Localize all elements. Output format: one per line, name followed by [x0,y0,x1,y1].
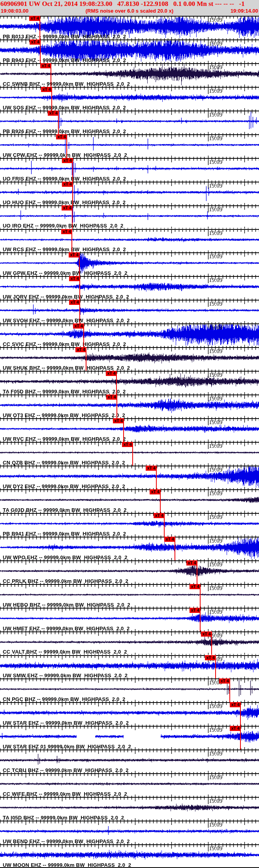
pick-line-uw-rcs [71,234,72,253]
pick-flag-cc-prlk[interactable]: xT 4 [186,560,197,566]
trace-row-uw-dy2[interactable]: 19:09UW DY2 EHZ -- 99999.0km BW HIGHPASS… [0,466,259,489]
header: 60906901 UW Oct 21, 2014 19:08:23.00 47.… [0,0,259,16]
trace-row-pb-b941[interactable]: 19:09PB B941 EHZ -- 99999.0km BW HIGHPAS… [0,513,259,537]
trace-row-cc-tcbu[interactable]: 19:09CC TCBU BHZ -- 99999.0km BW HIGHPAS… [0,750,259,773]
pick-line-uo-iro [72,210,73,229]
minute-tick-label: 19:09 [209,112,222,118]
trace-row-uw-hebo[interactable]: 19:09UW HEBO BHZ -- 99999.0km BW HIGHPAS… [0,584,259,608]
pick-flag-pb-b926[interactable]: xT 4 [48,111,59,116]
minute-tick-label: 19:09 [209,419,222,425]
pick-flag-uw-rcs[interactable]: xT 4 [61,229,72,234]
minute-tick-label: 19:09 [209,325,222,331]
pick-flag-ta-g03d[interactable]: xT 4 [150,489,161,494]
minute-tick-label: 19:09 [209,727,222,733]
pick-flag-uw-gpw[interactable]: xT 4 [69,252,80,257]
pick-flag-uw-star[interactable]: xT 4 [230,702,241,707]
trace-row-uw-svoh[interactable]: 19:09UW SVOH EHZ -- 99999.0km BW HIGHPAS… [0,300,259,323]
trace-label-pb-b943: PB B943 EHZ -- 99999.0km BW HIGHPASS 2.0… [3,58,126,63]
trace-row-cn-qzb[interactable]: 19:09CN QZB BHZ -- 99999.0km BW HIGHPASS… [0,442,259,466]
trace-label-uw-rvc: UW RVC EHZ -- 99999.0km BW HIGHPASS 2.0 … [3,436,126,442]
pick-flag-cc-svic[interactable]: xT 4 [73,323,84,329]
pick-flag-pb-b013[interactable]: xT 4 [29,16,40,21]
trace-row-cc-valt[interactable]: 19:09CC VALT BHZ -- 99999.0km BW HIGHPAS… [0,631,259,655]
trace-row-pb-b926[interactable]: 19:09PB B926 EHZ -- 99999.0km BW HIGHPAS… [0,111,259,134]
trace-row-ta-i05d[interactable]: 19:09TA I05D BHZ -- 99999.0km BW HIGHPAS… [0,797,259,821]
trace-row-uw-bend[interactable]: 19:09UW BEND EHZ -- 99999.0km BW HIGHPAS… [0,821,259,844]
trace-label-uw-rcs: UW RCS EHZ -- 99999.0km BW HIGHPASS 2.0 … [3,247,126,252]
trace-row-uw-ot3[interactable]: 19:09UW OT3 EHZ -- 99999.0km BW HIGHPASS… [0,395,259,418]
trace-row-uw-rcs[interactable]: 19:09UW RCS EHZ -- 99999.0km BW HIGHPASS… [0,229,259,253]
pick-flag-uw-shuk[interactable]: xT 4 [75,347,86,352]
pick-line-ta-f05d [116,376,117,395]
pick-flag-uo-iro[interactable]: xT 4 [62,205,73,210]
pick-flag-cc-swnb[interactable]: xT 4 [40,63,51,68]
pick-flag-uw-sos[interactable]: xT 4 [41,87,52,92]
pick-flag-pb-b941[interactable]: xT 4 [154,513,165,518]
trace-row-uw-wpo[interactable]: 19:09UW WPO EHZ -- 99999.0km BW HIGHPASS… [0,537,259,560]
pick-flag-uw-jqrv[interactable]: xT 4 [69,276,80,281]
trace-label-uw-gpw: UW GPW EHZ -- 99999.0km BW HIGHPASS 2.0 … [3,271,128,276]
trace-row-uw-rvc[interactable]: 19:09UW RVC EHZ -- 99999.0km BW HIGHPASS… [0,418,259,442]
minute-tick-label: 19:09 [209,703,222,709]
pick-flag-uw-dy2[interactable]: xT 4 [146,466,157,471]
time-window-line: 19:08:03.00 (RMS noise over 6.0 s scaled… [0,8,259,15]
pick-flag-uw-smw[interactable]: xT 4 [205,655,216,660]
pick-line-uw-smw [215,660,216,679]
pick-flag-uw-wpo[interactable]: xT 4 [164,537,175,542]
pick-flag-uo-huo[interactable]: xT 4 [62,182,73,187]
minute-tick-label: 19:09 [209,774,222,780]
pick-line-cn-pgc [229,684,230,702]
trace-row-ta-f05d[interactable]: 19:09TA F05D BHZ -- 99999.0km BW HIGHPAS… [0,371,259,395]
trace-row-cc-svic[interactable]: 19:09CC SVIC EHZ -- 99999.0km BW HIGHPAS… [0,323,259,347]
pick-line-uw-ot3 [116,400,117,418]
pick-line-uw-cpw [66,139,67,158]
trace-row-uw-shuk[interactable]: 19:09UW SHUK BHZ -- 99999.0km BW HIGHPAS… [0,347,259,371]
trace-row-uw-gpw[interactable]: 19:09UW GPW EHZ -- 99999.0km BW HIGHPASS… [0,252,259,276]
window-end-time: 19:09:14.00 [231,8,258,14]
trace-row-ta-g03d[interactable]: 19:09TA G03D BHZ -- 99999.0km BW HIGHPAS… [0,489,259,513]
trace-row-uw-moon[interactable]: 19:09UW MOON EHZ -- 99999.0km BW HIGHPAS… [0,844,259,868]
trace-row-cn-pgc[interactable]: 19:09CN PGC BHZ -- 99999.0km BW HIGHPASS… [0,678,259,702]
trace-row-uw-star[interactable]: 19:09UW STAR EHZ -- 99999.0km BW HIGHPAS… [0,702,259,726]
pick-flag-pb-b943[interactable]: xT 4 [30,39,41,45]
pick-flag-ta-f05d[interactable]: xT 4 [106,371,117,376]
pick-flag-uw-svoh[interactable]: xT 4 [69,300,80,305]
pick-flag-cn-pgc[interactable]: xT 4 [219,678,230,684]
trace-row-uw-star[interactable]: 19:09UW STAR EHZ 01 99999.0km BW HIGHPAS… [0,726,259,750]
trace-label-uo-fris: UO FRIS EHZ -- 99999.0km BW HIGHPASS 2.0… [3,176,126,181]
trace-row-cc-wife[interactable]: 19:09CC WIFE BHZ -- 99999.0km BW HIGHPAS… [0,773,259,797]
pick-flag-uw-hebo[interactable]: xT 4 [190,584,201,589]
pick-flag-uw-cpw[interactable]: xT 4 [56,134,67,139]
pick-flag-uw-ot3[interactable]: xT 4 [106,395,117,400]
trace-row-cc-swnb[interactable]: 19:09CC SWNB BHZ -- 99999.0km BW HIGHPAS… [0,63,259,87]
trace-row-uo-fris[interactable]: 19:09UO FRIS EHZ -- 99999.0km BW HIGHPAS… [0,158,259,182]
pick-flag-uo-fris[interactable]: xT 4 [62,158,73,163]
trace-label-uw-moon: UW MOON EHZ -- 99999.0km BW HIGHPASS 2.0… [3,862,131,868]
trace-row-uw-smw[interactable]: 19:09UW SMW EHZ -- 99999.0km BW HIGHPASS… [0,655,259,679]
trace-row-uw-hmet[interactable]: 19:09UW HMET EHZ -- 99999.0km BW HIGHPAS… [0,608,259,631]
trace-label-uw-wpo: UW WPO EHZ -- 99999.0km BW HIGHPASS 2.0 … [3,555,128,560]
minute-tick-label: 19:09 [209,254,222,259]
minute-tick-label: 19:09 [209,443,222,449]
trace-label-uw-sos: UW SOS EHZ -- 99999.0km BW HIGHPASS 2.0 … [3,105,126,110]
pick-flag-cn-qzb[interactable]: xT 4 [122,442,133,447]
pick-flag-cc-valt[interactable]: xT 4 [201,631,212,637]
pick-line-cc-valt [211,637,212,655]
trace-row-uo-huo[interactable]: 19:09UO HUO EHZ -- 99999.0km BW HIGHPASS… [0,182,259,205]
pick-flag-uw-star[interactable]: xT 4 [230,726,241,731]
minute-tick-label: 19:09 [209,207,222,212]
pick-flag-uw-hmet[interactable]: xT 4 [190,608,201,613]
trace-row-pb-b943[interactable]: 19:09PB B943 EHZ -- 99999.0km BW HIGHPAS… [0,39,259,63]
minute-tick-label: 19:09 [209,88,222,94]
minute-tick-label: 19:09 [209,230,222,236]
trace-row-uo-iro[interactable]: 19:09UO IRO EHZ -- 99999.0km BW HIGHPASS… [0,205,259,229]
trace-row-pb-b013[interactable]: 19:09PB B013 EHZ -- 99999.0km BW HIGHPAS… [0,16,259,39]
minute-tick-label: 19:09 [209,538,222,544]
trace-row-uw-jqrv[interactable]: 19:09UW JQRV EHZ -- 99999.0km BW HIGHPAS… [0,276,259,300]
trace-row-cc-prlk[interactable]: 19:09CC PRLK BHZ -- 99999.0km BW HIGHPAS… [0,560,259,584]
minute-tick-label: 19:09 [209,64,222,70]
trace-row-uw-sos[interactable]: 19:09UW SOS EHZ -- 99999.0km BW HIGHPASS… [0,87,259,111]
pick-flag-uw-rvc[interactable]: xT 4 [113,418,124,423]
trace-row-uw-cpw[interactable]: 19:09UW CPW EHZ -- 99999.0km BW HIGHPASS… [0,134,259,158]
trace-label-uw-dy2: UW DY2 EHZ -- 99999.0km BW HIGHPASS 2.0 … [3,484,125,489]
